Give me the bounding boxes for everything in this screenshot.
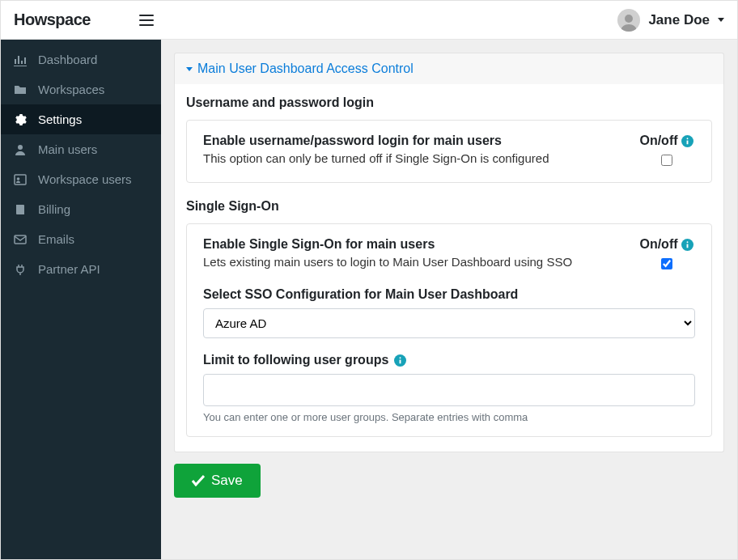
accordion-header-access-control[interactable]: Main User Dashboard Access Control	[174, 53, 724, 84]
user-icon	[14, 143, 27, 156]
user-name: Jane Doe	[648, 12, 710, 28]
avatar-icon	[617, 9, 640, 32]
sidebar-item-workspace-users[interactable]: Workspace users	[1, 164, 161, 194]
sso-toggle[interactable]	[661, 258, 672, 269]
sidebar-item-dashboard[interactable]: Dashboard	[1, 45, 161, 74]
user-groups-label: Limit to following user groups	[203, 353, 388, 367]
user-groups-help: You can enter one or more user groups. S…	[203, 411, 695, 423]
sidebar-item-billing[interactable]: Billing	[1, 194, 161, 224]
info-icon[interactable]	[681, 134, 694, 147]
svg-point-13	[399, 357, 401, 358]
id-badge-icon	[14, 173, 27, 186]
username-login-toggle[interactable]	[661, 155, 672, 166]
sidebar-item-emails[interactable]: Emails	[1, 224, 161, 254]
mail-icon	[14, 233, 27, 246]
switch-label: On/off	[639, 134, 677, 148]
svg-point-7	[687, 138, 689, 139]
sidebar-item-partner-api[interactable]: Partner API	[1, 254, 161, 284]
chart-icon	[14, 53, 27, 66]
card-sso: Enable Single Sign-On for main users Let…	[186, 223, 712, 437]
option-desc: Lets existing main users to login to Mai…	[203, 255, 572, 269]
svg-point-10	[687, 241, 689, 243]
app-header: Howspace Jane Doe	[1, 1, 737, 40]
save-button-label: Save	[211, 473, 243, 489]
section-title-sso: Single Sign-On	[186, 199, 712, 214]
option-label: Enable username/password login for main …	[203, 134, 549, 148]
caret-down-icon	[186, 67, 193, 71]
sidebar-item-settings[interactable]: Settings	[1, 104, 161, 134]
sidebar-item-workspaces[interactable]: Workspaces	[1, 74, 161, 104]
svg-rect-4	[15, 235, 26, 244]
chevron-down-icon	[718, 18, 724, 22]
section-title-username: Username and password login	[186, 95, 712, 110]
card-username-login: Enable username/password login for main …	[186, 120, 712, 183]
user-menu[interactable]: Jane Doe	[617, 9, 724, 32]
sidebar: Dashboard Workspaces Settings Main users…	[1, 40, 161, 559]
svg-rect-12	[399, 359, 401, 363]
svg-rect-9	[687, 244, 689, 248]
sidebar-item-label: Dashboard	[38, 53, 97, 66]
sidebar-item-label: Workspace users	[38, 172, 132, 186]
sidebar-item-label: Billing	[38, 202, 70, 216]
svg-point-3	[17, 177, 20, 180]
switch-label: On/off	[639, 237, 677, 252]
sidebar-item-main-users[interactable]: Main users	[1, 134, 161, 164]
sidebar-item-label: Settings	[38, 112, 82, 126]
sidebar-item-label: Main users	[38, 142, 97, 156]
svg-point-1	[18, 145, 23, 150]
folder-icon	[14, 83, 27, 96]
svg-rect-6	[687, 140, 689, 144]
info-icon[interactable]	[393, 354, 406, 367]
accordion-title: Main User Dashboard Access Control	[197, 62, 414, 76]
book-icon	[14, 203, 27, 216]
svg-rect-2	[15, 175, 26, 185]
sso-config-select[interactable]: Azure AD	[203, 308, 695, 338]
user-groups-input[interactable]	[203, 374, 695, 406]
header-left: Howspace	[14, 11, 154, 29]
logo: Howspace	[14, 11, 91, 29]
gear-icon	[14, 113, 27, 126]
menu-toggle-icon[interactable]	[139, 15, 154, 26]
accordion-body: Username and password login Enable usern…	[174, 84, 724, 452]
save-button[interactable]: Save	[174, 464, 261, 498]
option-desc: This option can only be turned off if Si…	[203, 151, 549, 165]
sidebar-item-label: Workspaces	[38, 83, 104, 96]
plug-icon	[14, 263, 27, 276]
option-label: Enable Single Sign-On for main users	[203, 237, 572, 252]
svg-point-0	[625, 15, 633, 23]
main-content: Main User Dashboard Access Control Usern…	[161, 40, 737, 559]
info-icon[interactable]	[681, 238, 694, 251]
sidebar-item-label: Emails	[38, 232, 74, 246]
check-icon	[192, 475, 205, 486]
sso-config-label: Select SSO Configuration for Main User D…	[203, 287, 695, 302]
sidebar-item-label: Partner API	[38, 262, 100, 276]
